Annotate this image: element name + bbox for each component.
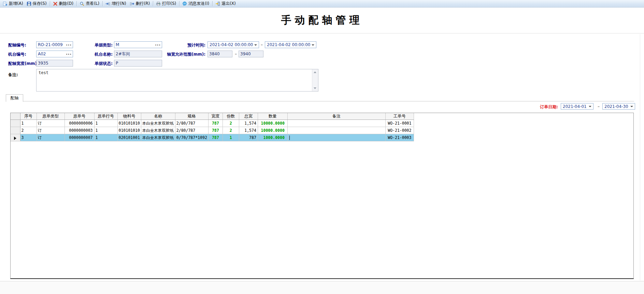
grid-cell[interactable]: 本白全木浆双胶纸 [141,127,175,134]
grid-cell[interactable]: 1 [94,120,117,127]
grid-cell[interactable]: 10000.0000 [258,127,287,134]
order-date-to-combo[interactable]: 2021-04-30 [602,103,635,110]
lookup-ellipsis-button[interactable]: ... [66,51,72,56]
toolbar-button-label: 保存(S) [33,1,47,6]
send-message-button[interactable]: 消息发送(I) [181,0,211,7]
grid-cell[interactable]: 订 [37,120,65,127]
grid-cell[interactable]: WO-21-0003 [385,134,414,141]
axis-width-label: 配轴宽度(mm): [8,61,39,67]
machine-no-input[interactable]: A02 ... [36,51,73,57]
grid-cell[interactable]: 2 [20,127,37,134]
grid-header-cell[interactable]: 工单号 [385,113,414,120]
table-row[interactable]: 1订00000000061010101010本白全木浆双胶纸2/80/78778… [11,120,414,127]
grid-cell[interactable]: 787 [208,120,223,127]
grid-cell[interactable]: 0000000003 [65,127,94,134]
grid-cell[interactable]: 787 [208,127,223,134]
print-icon [156,1,161,6]
grid-cell[interactable]: 010101010 [117,127,141,134]
table-row[interactable]: 2订00000000031010101010本白全木浆双胶纸2/80/78778… [11,127,414,134]
machine-name-value: 2#车间 [116,52,130,56]
grid-header-cell[interactable]: 规格 [175,113,208,120]
grid-cell[interactable] [287,127,385,134]
grid-header-cell[interactable]: 份数 [223,113,239,120]
row-selector-cell[interactable] [11,127,20,134]
grid-cell[interactable]: 2 [223,120,239,127]
remark-scrollbar[interactable] [312,69,318,91]
right-edge-line [640,34,640,281]
delete-row-button[interactable]: 删行(R) [128,0,152,7]
chevron-down-icon [254,44,257,46]
grid-cell[interactable]: 1,574 [239,127,258,134]
grid-header-cell[interactable]: 宽度 [208,113,223,120]
grid-cell[interactable]: 1 [223,134,239,141]
grid-header-cell[interactable]: 原单行号 [94,113,117,120]
grid-corner-cell[interactable] [11,113,20,120]
grid-header-cell[interactable]: 总宽 [239,113,258,120]
grid-cell[interactable]: 0000000006 [65,120,94,127]
scroll-up-icon[interactable] [314,71,316,73]
grid-header-cell[interactable]: 备注 [287,113,385,120]
print-button[interactable]: 打印(S) [155,0,178,7]
order-date-from-value: 2021-04-01 [563,104,587,109]
grid-header-cell[interactable]: 原单类型 [37,113,65,120]
grid-cell[interactable]: 订 [37,134,65,141]
add-row-button[interactable]: 增行(N) [104,0,128,7]
grid-cell[interactable]: WO-21-0002 [385,127,414,134]
toolbar-button-label: 退出(X) [221,1,236,6]
grid-cell[interactable]: 0/70/787*1092 [175,134,208,141]
grid-cell[interactable]: WO-21-0001 [385,120,414,127]
toolbar-button-label: 查看(L) [86,1,99,6]
scroll-down-icon[interactable] [314,87,316,89]
grid-header-cell[interactable]: 序号 [20,113,37,120]
width-range-label: 轴宽允许范围(mm): [147,52,205,57]
grid-cell[interactable]: 1 [20,120,37,127]
remark-textarea[interactable]: test [36,69,318,92]
grid-cell[interactable]: 订 [37,127,65,134]
toolbar-separator [50,1,51,6]
toolbar-button-label: 删除(D) [59,1,74,6]
grid-cell[interactable]: 010101010 [117,120,141,127]
expect-time-from-combo[interactable]: 2021-04-02 00:00:00 [207,41,259,48]
grid-header-cell[interactable]: 名称 [141,113,175,120]
lookup-ellipsis-button[interactable]: ... [66,41,72,47]
grid-cell[interactable]: 2 [223,127,239,134]
grid-cell[interactable]: 787 [208,134,223,141]
table-row[interactable]: 3订00000000071020101001本白全木浆双胶纸0/70/787*1… [11,134,414,141]
title-band: 手动配轴管理 [0,8,644,33]
row-selector-cell[interactable] [11,134,20,141]
grid-header-cell[interactable]: 物料号 [117,113,141,120]
grid-cell[interactable] [287,120,385,127]
grid-cell[interactable]: 787 [239,134,258,141]
axis-no-input[interactable]: RO-21-0009 ... [36,41,73,48]
remark-text: test [39,70,48,75]
new-button[interactable]: 新增(A) [1,0,25,7]
grid-header-cell[interactable]: 数量 [258,113,287,120]
grid-cell[interactable]: 10000.0000 [258,120,287,127]
view-button[interactable]: 查看(L) [78,0,101,7]
grid-cell[interactable]: 2/80/787 [175,120,208,127]
grid-cell[interactable]: 1,574 [239,120,258,127]
row-selector-cell[interactable] [11,120,20,127]
delete-button[interactable]: 删除(D) [52,0,76,7]
exit-button[interactable]: 退出(X) [214,0,238,7]
grid-cell[interactable]: 1 [94,134,117,141]
grid-cell[interactable]: 0000000007 [65,134,94,141]
grid-cell[interactable]: 3 [20,134,37,141]
grid-header-cell[interactable]: 原单号 [65,113,94,120]
grid-cell[interactable]: 2/80/787 [175,127,208,134]
grid-cell[interactable]: 1 [94,127,117,134]
tab-peizhou[interactable]: 配轴 [6,94,23,102]
grid-cell[interactable] [287,134,385,141]
grid-cell[interactable]: 020101001 [117,134,141,141]
save-button[interactable]: 保存(S) [25,0,49,7]
grid-cell[interactable]: 本白全木浆双胶纸 [141,134,175,141]
toolbar-button-label: 删行(R) [136,1,150,6]
expect-time-to-combo[interactable]: 2021-04-02 00:00:00 [265,41,316,48]
doc-status-label: 单据状态: [78,61,113,67]
expect-time-label: 预计时间: [147,42,205,48]
order-date-from-combo[interactable]: 2021-04-01 [561,103,593,110]
order-date-label: 订单日期: [524,104,558,110]
new-icon [3,1,8,6]
grid-cell[interactable]: 1000.0000 [258,134,287,141]
grid-cell[interactable]: 本白全木浆双胶纸 [141,120,175,127]
